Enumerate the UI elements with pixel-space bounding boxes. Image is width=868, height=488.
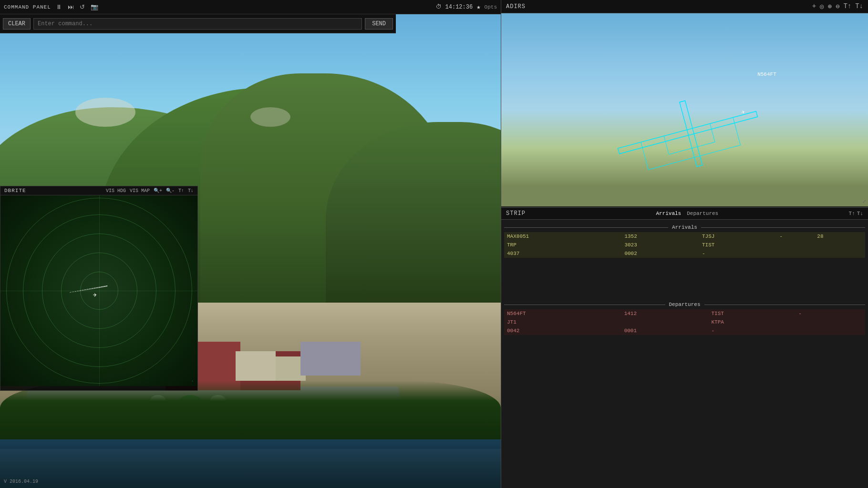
arrivals-line-right xyxy=(701,227,865,228)
adirs-zoom-in-button[interactable]: ⊕ xyxy=(828,2,832,10)
arrivals-line-left xyxy=(504,227,668,228)
departures-line-left xyxy=(504,305,665,305)
adirs-font-down-button[interactable]: T↓ xyxy=(855,2,863,10)
time-cell: 1352 xyxy=(621,232,699,241)
arrivals-label: Arrivals xyxy=(672,224,697,230)
dest-cell: TJSJ xyxy=(699,232,777,241)
font-up-button[interactable]: T↑ xyxy=(178,188,184,193)
command-input[interactable] xyxy=(33,18,362,30)
clock-icon: ⏱ xyxy=(436,4,442,10)
font-down-button[interactable]: T↓ xyxy=(188,188,194,193)
command-panel: CLEAR SEND xyxy=(0,14,396,33)
arrivals-empty-area xyxy=(504,262,865,300)
dest-cell: - xyxy=(708,326,796,335)
table-row[interactable]: 0042 0001 - xyxy=(504,326,865,335)
dbrite-controls: VIS HDG VIS MAP 🔍+ 🔍- T↑ T↓ xyxy=(106,188,194,193)
adirs-target-button[interactable]: ◎ xyxy=(820,2,824,10)
strip-font-down[interactable]: T↓ xyxy=(857,211,863,216)
zoom-in-button[interactable]: 🔍+ xyxy=(154,188,162,193)
svg-line-6 xyxy=(710,123,715,142)
vis-map-button[interactable]: VIS MAP xyxy=(130,188,150,193)
callsign-cell: JT1 xyxy=(504,318,621,326)
radar-display: ✈ · xyxy=(0,195,197,386)
zoom-out-button[interactable]: 🔍- xyxy=(166,188,175,193)
route-cell xyxy=(796,326,838,335)
dest-cell: TIST xyxy=(708,309,796,318)
adirs-controls: + ◎ ⊕ ⊖ T↑ T↓ xyxy=(812,2,863,10)
expand-button[interactable]: ⤢ xyxy=(862,199,866,204)
pause-button[interactable]: ⏸ xyxy=(55,3,63,10)
table-row[interactable]: N564FT 1412 TIST - xyxy=(504,309,865,318)
radar-aircraft: ✈ xyxy=(93,291,97,299)
callsign-cell: TRP xyxy=(504,241,621,249)
callsign-cell: N564FT xyxy=(504,309,621,318)
table-row[interactable]: JT1 KTPA xyxy=(504,318,865,326)
dest-cell: TIST xyxy=(699,241,777,249)
arrivals-table: MAX8051 1352 TJSJ - 28 TRP 3023 TIST 403… xyxy=(504,232,865,258)
table-row[interactable]: 4037 0002 - xyxy=(504,249,865,258)
extra-cell xyxy=(814,241,865,249)
airport-diagram-svg: ✈ xyxy=(584,64,793,205)
time-value: 14:12:36 xyxy=(445,4,473,10)
arrivals-section-header: Arrivals xyxy=(504,224,865,230)
extra-cell: 28 xyxy=(814,232,865,241)
radar-v-line xyxy=(99,195,100,386)
clock-display: ⏱ 14:12:36 xyxy=(436,3,473,10)
extra-cell xyxy=(838,309,865,318)
forward-button[interactable]: ⏭ xyxy=(67,3,75,10)
extra-cell xyxy=(838,326,865,335)
adirs-title: ADIRS xyxy=(506,3,526,10)
refresh-button[interactable]: ↺ xyxy=(79,3,86,10)
clear-button[interactable]: CLEAR xyxy=(3,18,31,30)
vis-hdg-button[interactable]: VIS HDG xyxy=(106,188,126,193)
route-cell: - xyxy=(796,309,838,318)
star-icon[interactable]: ★ xyxy=(476,3,480,11)
top-bar: COMMAND PANEL ⏸ ⏭ ↺ 📷 ⏱ 14:12:36 ★ Opts xyxy=(0,0,501,14)
version-label: V 2016.04.19 xyxy=(4,479,38,484)
svg-rect-1 xyxy=(680,101,703,166)
time-cell: 1412 xyxy=(621,309,709,318)
camera-button[interactable]: 📷 xyxy=(90,3,99,10)
aircraft-label: N564FT xyxy=(757,71,776,77)
extra-cell xyxy=(838,318,865,326)
adirs-add-button[interactable]: + xyxy=(812,2,816,10)
table-row[interactable]: TRP 3023 TIST xyxy=(504,241,865,249)
adirs-panel: ADIRS + ◎ ⊕ ⊖ T↑ T↓ ✈ xyxy=(501,0,868,207)
dbrite-panel: DBRITE VIS HDG VIS MAP 🔍+ 🔍- T↑ T↓ ✈ · xyxy=(0,186,198,391)
adirs-font-up-button[interactable]: T↑ xyxy=(843,2,851,10)
adirs-zoom-out-button[interactable]: ⊖ xyxy=(836,2,839,10)
departures-line-right xyxy=(704,305,866,305)
options-label[interactable]: Opts xyxy=(485,4,497,10)
svg-line-7 xyxy=(692,142,715,148)
route-cell xyxy=(777,241,815,249)
adirs-map: ✈ N564FT ⤢ xyxy=(501,13,868,206)
callsign-cell: 4037 xyxy=(504,249,621,258)
svg-text:✈: ✈ xyxy=(741,108,746,115)
callsign-cell: MAX8051 xyxy=(504,232,621,241)
strip-panel: STRIP Arrivals Departures T↑ T↓ Arrivals… xyxy=(501,207,868,488)
send-button[interactable]: SEND xyxy=(365,18,393,30)
svg-line-9 xyxy=(694,145,741,157)
svg-line-3 xyxy=(649,157,695,170)
route-cell xyxy=(777,249,815,258)
table-row[interactable]: MAX8051 1352 TJSJ - 28 xyxy=(504,232,865,241)
time-cell: 0002 xyxy=(621,249,699,258)
svg-line-4 xyxy=(664,136,669,154)
dest-cell: KTPA xyxy=(708,318,796,326)
strip-font-up[interactable]: T↑ xyxy=(849,211,855,216)
strip-header: STRIP Arrivals Departures T↑ T↓ xyxy=(501,208,868,220)
dest-cell: - xyxy=(699,249,777,258)
svg-line-5 xyxy=(669,148,692,154)
dbrite-coord-dot: · xyxy=(191,379,194,384)
strip-font-controls: T↑ T↓ xyxy=(849,211,863,216)
time-cell xyxy=(621,318,709,326)
tab-departures[interactable]: Departures xyxy=(687,211,718,216)
departures-label: Departures xyxy=(669,302,701,307)
strip-content: Arrivals MAX8051 1352 TJSJ - 28 TRP 3023… xyxy=(501,220,868,483)
strip-tabs: Arrivals Departures xyxy=(656,211,718,216)
departures-section-header: Departures xyxy=(504,302,865,307)
adirs-header: ADIRS + ◎ ⊕ ⊖ T↑ T↓ xyxy=(501,0,868,13)
extra-cell xyxy=(814,249,865,258)
command-panel-title: COMMAND PANEL xyxy=(4,4,51,10)
tab-arrivals[interactable]: Arrivals xyxy=(656,211,681,216)
